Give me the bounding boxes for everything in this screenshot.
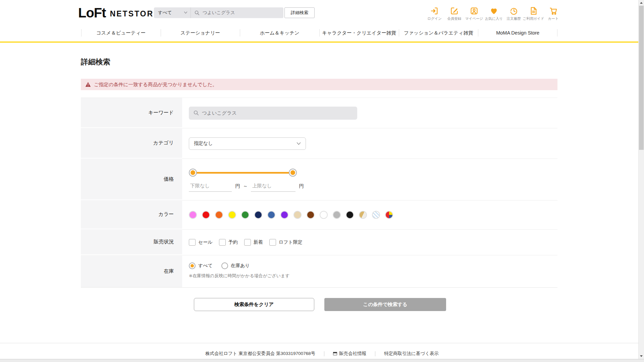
color-swatch-clear[interactable] — [372, 211, 380, 219]
nav-item-label: コスメ＆ビューティー — [96, 30, 146, 36]
warning-icon — [85, 82, 91, 87]
color-swatch-yellow[interactable] — [228, 211, 236, 219]
price-range-slider — [189, 169, 297, 177]
nav-item-cosmetics[interactable]: コスメ＆ビューティー — [81, 24, 161, 42]
nav-item-label: ホーム＆キッチン — [260, 30, 300, 36]
search-icon — [194, 110, 199, 116]
color-label: カラー — [81, 200, 182, 229]
radio-label: 在庫あり — [231, 263, 250, 269]
checkbox-icon — [244, 239, 251, 246]
vertical-scrollbar[interactable] — [638, 0, 644, 359]
scroll-up-arrow[interactable] — [639, 0, 644, 6]
radio-in-stock[interactable]: 在庫あり — [221, 262, 250, 269]
submit-button-label: この条件で検索する — [363, 301, 407, 308]
mypage-icon — [470, 6, 479, 15]
radio-icon — [221, 262, 228, 269]
form-row-keyword: キーワード つよいこグラス — [81, 98, 557, 128]
nav-item-character-goods[interactable]: キャラクター・クリエイター雑貨 — [319, 24, 399, 42]
header-search-input[interactable]: つよいこグラス — [191, 10, 283, 16]
header-search-value: つよいこグラス — [203, 10, 235, 16]
color-swatch-white[interactable] — [320, 211, 328, 219]
horizontal-scrollbar[interactable] — [0, 359, 644, 362]
form-row-color: カラー — [81, 200, 557, 229]
footer-company-text: 株式会社ロフト 東京都公安委員会 第303319700768号 — [205, 351, 315, 357]
login-label: ログイン — [427, 16, 442, 21]
color-swatch-black[interactable] — [346, 211, 354, 219]
register-label: 会員登録 — [447, 16, 462, 21]
form-row-category: カテゴリ 指定なし — [81, 128, 557, 159]
scrollbar-thumb[interactable] — [639, 6, 644, 150]
color-swatch-gray[interactable] — [333, 211, 341, 219]
nav-item-stationery[interactable]: ステーショナリー — [161, 24, 240, 42]
checkbox-loft-limited[interactable]: ロフト限定 — [269, 239, 303, 246]
site-logo[interactable]: LoFt NETSTORE — [78, 6, 160, 19]
keyword-value: つよいこグラス — [202, 110, 237, 116]
guide-link[interactable]: ご利用ガイド — [524, 6, 543, 21]
price-slider-handle-min[interactable] — [189, 169, 197, 177]
status-label: 販売状況 — [81, 229, 182, 255]
price-range-separator: ～ — [243, 183, 248, 192]
detail-search-button[interactable]: 詳細検索 — [284, 7, 315, 18]
color-swatch-brown[interactable] — [307, 211, 315, 219]
cart-icon — [549, 6, 558, 15]
favorites-link[interactable]: お気に入り — [484, 6, 504, 21]
form-row-stock: 在庫 すべて 在庫あり ※在庫情報の反映に時間がかかる場合がございます — [81, 255, 557, 287]
price-inputs: 下限なし 円 ～ 上限なし 円 — [189, 182, 557, 192]
footer-divider — [324, 351, 324, 356]
clear-button-label: 検索条件をクリア — [234, 301, 274, 308]
nav-item-fashion-variety[interactable]: ファッション＆バラエティ雑貨 — [399, 24, 478, 42]
radio-all[interactable]: すべて — [189, 262, 213, 269]
logo-loft: LoFt — [78, 6, 106, 19]
checkbox-reservation[interactable]: 予約 — [219, 239, 238, 246]
register-link[interactable]: 会員登録 — [444, 6, 464, 21]
login-link[interactable]: ログイン — [425, 6, 444, 21]
footer-divider — [375, 351, 375, 356]
color-swatch-navy[interactable] — [254, 211, 262, 219]
checkbox-label: 新着 — [254, 239, 263, 245]
stock-label: 在庫 — [81, 255, 182, 287]
order-history-icon — [509, 6, 518, 15]
seller-info-link[interactable]: 販売会社情報 — [333, 351, 366, 357]
price-max-input[interactable]: 上限なし — [251, 182, 296, 192]
nav-item-home-kitchen[interactable]: ホーム＆キッチン — [240, 24, 319, 42]
color-swatch-multicolor[interactable] — [385, 211, 393, 219]
checkbox-label: 予約 — [228, 239, 238, 245]
color-swatch-orange[interactable] — [215, 211, 223, 219]
keyword-input[interactable]: つよいこグラス — [189, 107, 357, 120]
category-label: カテゴリ — [81, 128, 182, 159]
color-swatch-purple[interactable] — [280, 211, 288, 219]
color-swatch-beige[interactable] — [293, 211, 302, 219]
color-swatch-pink[interactable] — [189, 211, 197, 219]
search-submit-button[interactable]: この条件で検索する — [324, 298, 446, 311]
color-swatch-red[interactable] — [202, 211, 210, 219]
order-history-link[interactable]: 注文履歴 — [504, 6, 524, 21]
header-quick-links: ログイン 会員登録 マイページ — [425, 6, 563, 21]
category-selected-value: 指定なし — [194, 140, 213, 146]
legal-link[interactable]: 特定商取引法に基づく表示 — [384, 351, 439, 357]
color-swatch-green[interactable] — [241, 211, 249, 219]
nav-item-moma[interactable]: MoMA Design Store — [478, 24, 557, 42]
price-min-input[interactable]: 下限なし — [189, 182, 232, 192]
color-swatches — [189, 211, 393, 219]
checkbox-new-arrival[interactable]: 新着 — [244, 239, 263, 246]
nav-item-label: MoMA Design Store — [496, 30, 539, 36]
guide-label: ご利用ガイド — [523, 16, 544, 21]
form-actions: 検索条件をクリア この条件で検索する — [81, 298, 557, 311]
checkbox-sale[interactable]: セール — [189, 239, 213, 246]
form-row-status: 販売状況 セール 予約 新着 — [81, 229, 557, 255]
search-category-dropdown[interactable]: すべて — [154, 7, 191, 18]
clear-conditions-button[interactable]: 検索条件をクリア — [194, 298, 314, 311]
scroll-down-arrow[interactable] — [639, 353, 644, 359]
mypage-link[interactable]: マイページ — [464, 6, 484, 21]
color-swatch-blue[interactable] — [267, 211, 275, 219]
category-select[interactable]: 指定なし — [189, 137, 306, 150]
cart-link[interactable]: カート — [543, 6, 563, 21]
search-icon — [195, 10, 200, 15]
page-title: 詳細検索 — [81, 57, 557, 67]
page: LoFt NETSTORE すべて つよいこグラス 詳細検索 — [0, 0, 644, 362]
favorites-icon — [489, 6, 498, 15]
order-history-label: 注文履歴 — [507, 16, 521, 21]
price-slider-handle-max[interactable] — [289, 169, 297, 177]
guide-icon — [529, 6, 538, 15]
color-swatch-gold-silver[interactable] — [359, 211, 367, 219]
